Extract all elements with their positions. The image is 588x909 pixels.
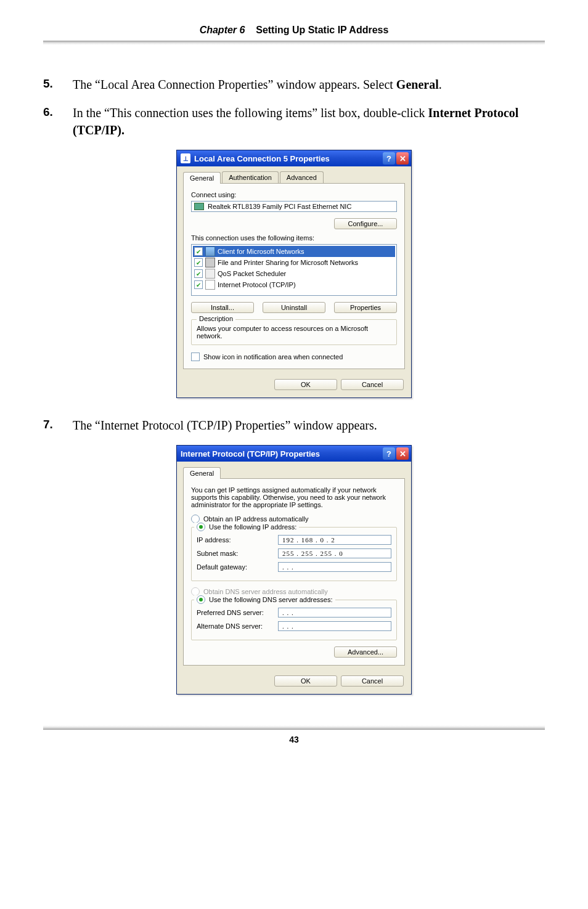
radio-icon[interactable] bbox=[197, 523, 205, 531]
list-item[interactable]: ✔ File and Printer Sharing for Microsoft… bbox=[193, 257, 395, 268]
step-bold: General bbox=[396, 78, 439, 91]
show-icon-checkbox[interactable]: ✔ bbox=[191, 353, 200, 361]
radio-use-dns[interactable]: Use the following DNS server addresses: bbox=[194, 595, 335, 604]
step-text-post: . bbox=[439, 78, 442, 91]
radio-label: Use the following IP address: bbox=[209, 523, 296, 531]
tab-general[interactable]: General bbox=[183, 467, 221, 479]
ip-address-label: IP address: bbox=[197, 536, 278, 544]
step-text: The “Local Area Connection Properties” w… bbox=[73, 78, 396, 91]
list-item[interactable]: ✔ Client for Microsoft Networks bbox=[193, 246, 395, 257]
preferred-dns-label: Preferred DNS server: bbox=[197, 609, 278, 616]
help-button[interactable]: ? bbox=[383, 152, 395, 165]
help-button[interactable]: ? bbox=[383, 447, 395, 460]
chapter-header: Chapter 6 Setting Up Static IP Address bbox=[43, 25, 545, 36]
tab-strip: General bbox=[183, 467, 405, 479]
show-icon-label: Show icon in notification area when conn… bbox=[203, 353, 343, 361]
screenshot-tcpip-properties: Internet Protocol (TCP/IP) Properties ? … bbox=[43, 445, 545, 695]
checkbox-icon[interactable]: ✔ bbox=[194, 247, 203, 256]
close-button[interactable]: ✕ bbox=[396, 152, 409, 165]
subnet-mask-input[interactable]: 255 . 255 . 255 . 0 bbox=[278, 548, 391, 558]
radio-label: Obtain DNS server address automatically bbox=[203, 588, 328, 595]
client-icon bbox=[205, 247, 215, 256]
radio-icon[interactable] bbox=[191, 515, 200, 523]
ok-button[interactable]: OK bbox=[274, 379, 337, 390]
checkbox-icon[interactable]: ✔ bbox=[194, 258, 203, 267]
titlebar: ⊥ Local Area Connection 5 Properties ? ✕ bbox=[177, 150, 411, 166]
cancel-button[interactable]: Cancel bbox=[341, 379, 404, 390]
lan-properties-dialog: ⊥ Local Area Connection 5 Properties ? ✕… bbox=[176, 150, 412, 398]
dns-group: Use the following DNS server addresses: … bbox=[191, 600, 397, 640]
tab-strip: General Authentication Advanced bbox=[183, 171, 405, 184]
step-text-post: ) Properties” window appears. bbox=[228, 418, 377, 432]
alternate-dns-label: Alternate DNS server: bbox=[197, 622, 278, 630]
step-5: 5. The “Local Area Connection Properties… bbox=[43, 76, 545, 93]
list-item[interactable]: ✔ Internet Protocol (TCP/IP) bbox=[193, 279, 395, 290]
advanced-button[interactable]: Advanced... bbox=[334, 646, 397, 658]
radio-label: Obtain an IP address automatically bbox=[203, 515, 308, 523]
adapter-icon bbox=[194, 203, 204, 210]
radio-icon[interactable] bbox=[197, 595, 205, 604]
step-bold-post: ). bbox=[117, 123, 125, 137]
radio-icon bbox=[191, 587, 200, 596]
network-icon: ⊥ bbox=[181, 153, 190, 163]
default-gateway-input[interactable]: . . . bbox=[278, 562, 391, 572]
step-text: In the “This connection uses the followi… bbox=[73, 106, 428, 120]
share-icon bbox=[205, 258, 215, 267]
window-title: Internet Protocol (TCP/IP) Properties bbox=[181, 449, 320, 459]
qos-icon bbox=[205, 269, 215, 279]
list-item-label: Internet Protocol (TCP/IP) bbox=[218, 281, 296, 288]
adapter-name: Realtek RTL8139 Family PCI Fast Ethernet… bbox=[208, 203, 351, 210]
tcpip-properties-dialog: Internet Protocol (TCP/IP) Properties ? … bbox=[176, 445, 412, 695]
radio-label: Use the following DNS server addresses: bbox=[209, 596, 333, 603]
intro-text: You can get IP settings assigned automat… bbox=[191, 486, 397, 508]
alternate-dns-input[interactable]: . . . bbox=[278, 621, 391, 631]
list-item-label: QoS Packet Scheduler bbox=[218, 270, 286, 277]
radio-obtain-dns: Obtain DNS server address automatically bbox=[191, 587, 397, 596]
adapter-field: Realtek RTL8139 Family PCI Fast Ethernet… bbox=[191, 201, 397, 212]
default-gateway-label: Default gateway: bbox=[197, 563, 278, 571]
protocol-icon bbox=[205, 280, 215, 290]
chapter-title: Setting Up Static IP Address bbox=[256, 25, 388, 35]
chapter-number: Chapter 6 bbox=[200, 25, 245, 35]
preferred-dns-input[interactable]: . . . bbox=[278, 608, 391, 618]
step-7: 7. The “Internet Protocol (TCP/IP) Prope… bbox=[43, 417, 545, 434]
tab-advanced[interactable]: Advanced bbox=[280, 171, 324, 183]
items-label: This connection uses the following items… bbox=[191, 234, 397, 242]
items-listbox[interactable]: ✔ Client for Microsoft Networks ✔ File a… bbox=[191, 244, 397, 296]
install-button[interactable]: Install... bbox=[191, 302, 254, 313]
page-number: 43 bbox=[43, 735, 545, 744]
uninstall-button[interactable]: Uninstall bbox=[263, 302, 325, 313]
radio-obtain-ip[interactable]: Obtain an IP address automatically bbox=[191, 515, 397, 523]
step-smallcaps: TCP/IP bbox=[77, 123, 118, 137]
description-group: Description Allows your computer to acce… bbox=[191, 319, 397, 345]
list-item-label: Client for Microsoft Networks bbox=[218, 248, 304, 255]
step-number: 7. bbox=[43, 417, 73, 434]
titlebar: Internet Protocol (TCP/IP) Properties ? … bbox=[177, 446, 411, 462]
configure-button[interactable]: Configure... bbox=[334, 218, 397, 229]
step-number: 6. bbox=[43, 104, 73, 139]
subnet-mask-label: Subnet mask: bbox=[197, 550, 278, 557]
step-text: The “Internet Protocol ( bbox=[73, 418, 191, 432]
checkbox-icon[interactable]: ✔ bbox=[194, 269, 203, 278]
ok-button[interactable]: OK bbox=[274, 675, 337, 687]
tab-general[interactable]: General bbox=[183, 172, 221, 184]
close-button[interactable]: ✕ bbox=[396, 447, 409, 460]
window-title: Local Area Connection 5 Properties bbox=[194, 154, 330, 163]
screenshot-lan-properties: ⊥ Local Area Connection 5 Properties ? ✕… bbox=[43, 150, 545, 398]
step-smallcaps: TCP/IP bbox=[191, 418, 228, 432]
ip-address-input[interactable]: 192 . 168 . 0 . 2 bbox=[278, 535, 391, 545]
step-6: 6. In the “This connection uses the foll… bbox=[43, 104, 545, 139]
header-divider bbox=[43, 41, 545, 45]
properties-button[interactable]: Properties bbox=[334, 302, 397, 313]
ip-group: Use the following IP address: IP address… bbox=[191, 527, 397, 581]
cancel-button[interactable]: Cancel bbox=[341, 675, 404, 687]
footer-divider bbox=[43, 725, 545, 730]
description-text: Allows your computer to access resources… bbox=[197, 325, 391, 340]
list-item-label: File and Printer Sharing for Microsoft N… bbox=[218, 259, 358, 266]
connect-using-label: Connect using: bbox=[191, 191, 397, 198]
tab-authentication[interactable]: Authentication bbox=[222, 171, 279, 183]
list-item[interactable]: ✔ QoS Packet Scheduler bbox=[193, 268, 395, 279]
description-legend: Description bbox=[197, 315, 235, 322]
checkbox-icon[interactable]: ✔ bbox=[194, 280, 203, 289]
radio-use-ip[interactable]: Use the following IP address: bbox=[194, 523, 299, 531]
